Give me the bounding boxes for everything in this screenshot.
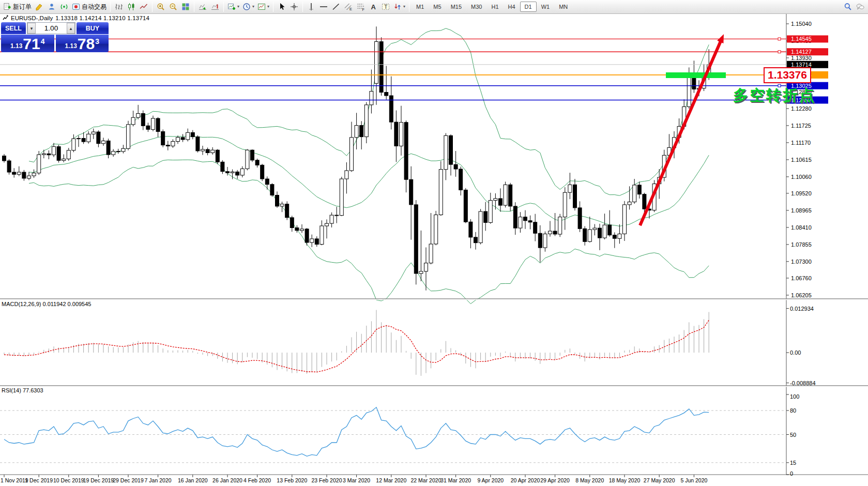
- timeframe-M1[interactable]: M1: [412, 2, 429, 12]
- trendline-button[interactable]: [330, 1, 342, 12]
- mt4-terminal: 新订单自动交易▾▾▾EFAT▾M1M5M15M30H1H4D1W1MN 1.15…: [0, 0, 868, 486]
- vertical-line-button[interactable]: [305, 1, 317, 12]
- arrows-button[interactable]: ▾: [392, 1, 407, 12]
- toolbar-separator: [194, 2, 194, 12]
- zoom-out-button[interactable]: [167, 1, 179, 12]
- auto-scroll-icon: [199, 3, 207, 11]
- svg-text:1.09520: 1.09520: [791, 190, 812, 196]
- crosshair-icon: [290, 3, 298, 11]
- sell-price-pip: 4: [41, 36, 45, 45]
- svg-text:1.15040: 1.15040: [791, 21, 812, 27]
- candlestick-chart-button[interactable]: [125, 1, 138, 12]
- horizontal-line-button[interactable]: [317, 1, 330, 12]
- cursor-button[interactable]: [276, 1, 288, 12]
- line-chart-button[interactable]: [138, 1, 150, 12]
- support-highlight-bar[interactable]: [666, 72, 726, 78]
- periods-button[interactable]: ▾: [241, 1, 256, 12]
- text-label-button[interactable]: T: [379, 1, 392, 12]
- date-axis[interactable]: 1 Nov 20191 Dec 201910 Dec 201919 Dec 20…: [1, 475, 708, 483]
- rsi-panel: 1008050150: [0, 393, 799, 477]
- hline-anchor[interactable]: [778, 51, 781, 53]
- buy-button[interactable]: BUY: [77, 22, 109, 34]
- chat-button[interactable]: [854, 1, 866, 12]
- dropdown-arrow-icon: ▾: [403, 5, 405, 9]
- svg-text:8 May 2020: 8 May 2020: [575, 477, 604, 483]
- svg-text:12 Mar 2020: 12 Mar 2020: [376, 477, 406, 483]
- timeframe-M15[interactable]: M15: [446, 2, 466, 12]
- text-button[interactable]: A: [367, 1, 379, 12]
- price-chart: 1.150401.144851.139301.128201.122801.117…: [0, 14, 868, 486]
- fibonacci-button[interactable]: F: [355, 1, 367, 12]
- signals-button[interactable]: [58, 1, 70, 12]
- auto-scroll-button[interactable]: [196, 1, 209, 12]
- turning-point-note[interactable]: 多空转折点: [733, 85, 816, 106]
- chart-shift-button[interactable]: [209, 1, 221, 12]
- volume-increase-button[interactable]: ▴: [67, 23, 75, 34]
- svg-text:22 Mar 2020: 22 Mar 2020: [411, 477, 441, 483]
- zoom-in-icon: [157, 3, 165, 11]
- templates-button[interactable]: ▾: [256, 1, 271, 12]
- metaeditor-icon: [35, 3, 43, 11]
- text-icon: A: [369, 3, 377, 11]
- macd-indicator-label: MACD(12,26,9) 0.011942 0.009545: [2, 301, 91, 307]
- svg-text:F: F: [362, 7, 365, 11]
- timeframe-D1[interactable]: D1: [520, 2, 537, 12]
- new-order-icon: [3, 3, 11, 11]
- volume-decrease-button[interactable]: ▾: [27, 23, 36, 34]
- svg-text:1.11725: 1.11725: [791, 123, 811, 129]
- hline-anchor[interactable]: [778, 38, 781, 40]
- toolbar-separator: [223, 2, 224, 12]
- new-order-label: 新订单: [13, 3, 32, 11]
- rsi-indicator-label: RSI(14) 77.6303: [2, 387, 43, 393]
- timeframe-M5[interactable]: M5: [429, 2, 446, 12]
- timeframe-M30[interactable]: M30: [466, 2, 486, 12]
- search-button[interactable]: [842, 1, 854, 12]
- timeframe-W1[interactable]: W1: [537, 2, 555, 12]
- buy-price-display[interactable]: 1.13 78 3: [56, 35, 109, 52]
- crosshair-button[interactable]: [288, 1, 300, 12]
- arrows-icon: [393, 3, 402, 11]
- autotrading-icon: [72, 3, 80, 11]
- svg-text:1.06760: 1.06760: [791, 275, 812, 281]
- svg-text:7 Jan 2020: 7 Jan 2020: [145, 477, 172, 483]
- signals-icon: [60, 3, 68, 11]
- line-chart-icon: [140, 3, 148, 11]
- new-order-button[interactable]: 新订单: [2, 1, 33, 12]
- bar-chart-button[interactable]: [113, 1, 125, 12]
- metaeditor-button[interactable]: [33, 1, 45, 12]
- price-axis[interactable]: 1.150401.144851.139301.128201.122801.117…: [786, 21, 828, 298]
- annotation-objects[interactable]: [640, 34, 726, 225]
- svg-text:16 Jan 2020: 16 Jan 2020: [178, 477, 208, 483]
- timeframe-H1[interactable]: H1: [486, 2, 503, 12]
- svg-text:9 Apr 2020: 9 Apr 2020: [477, 477, 504, 483]
- indicators-button[interactable]: ▾: [226, 1, 241, 12]
- svg-text:0.012934: 0.012934: [790, 306, 814, 312]
- svg-text:1.08410: 1.08410: [791, 224, 812, 231]
- sell-button[interactable]: SELL: [1, 22, 26, 34]
- chevron-down-icon: ▾: [31, 26, 33, 31]
- equidistant-channel-button[interactable]: E: [342, 1, 355, 12]
- timeframe-H4[interactable]: H4: [504, 2, 520, 12]
- price-callout-label[interactable]: 1.13376: [764, 67, 811, 83]
- svg-text:1.10060: 1.10060: [791, 174, 812, 180]
- autotrading-button[interactable]: 自动交易: [70, 1, 108, 12]
- svg-text:13 Feb 2020: 13 Feb 2020: [277, 477, 307, 483]
- svg-text:0: 0: [790, 470, 793, 477]
- zoom-in-button[interactable]: [155, 1, 167, 12]
- timeframe-MN[interactable]: MN: [554, 2, 572, 12]
- periods-icon: [242, 3, 251, 11]
- search-icon: [844, 3, 852, 11]
- toolbar-separator: [273, 2, 273, 12]
- community-button[interactable]: [45, 1, 58, 12]
- svg-text:1.12280: 1.12280: [791, 105, 812, 112]
- candlestick-chart-icon: [127, 3, 135, 11]
- sell-price-display[interactable]: 1.13 71 4: [1, 35, 54, 52]
- toolbar-separator: [152, 2, 153, 12]
- horizontal-line-objects[interactable]: [0, 38, 786, 101]
- svg-text:1.08965: 1.08965: [791, 207, 812, 214]
- tile-windows-button[interactable]: [179, 1, 192, 12]
- volume-input[interactable]: [36, 23, 67, 34]
- panel-frames: [0, 14, 868, 475]
- buy-price-big: 78: [78, 36, 95, 52]
- svg-text:0.00: 0.00: [790, 350, 801, 356]
